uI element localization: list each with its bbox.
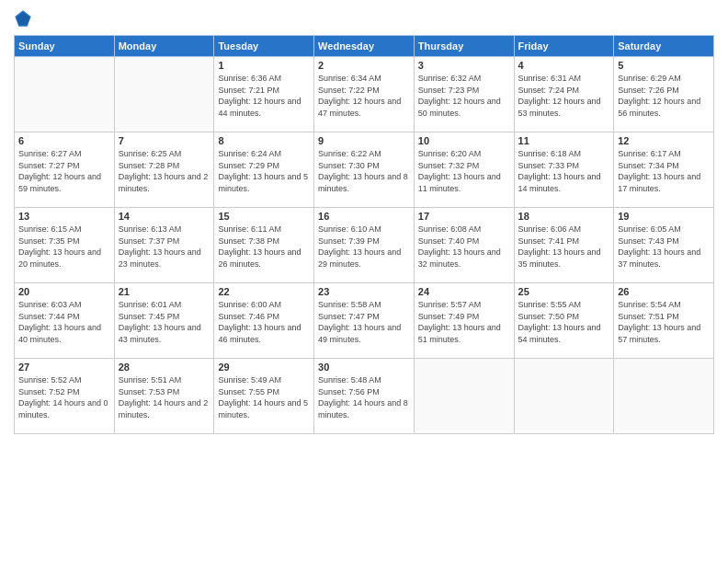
calendar-day-header: Friday bbox=[514, 36, 614, 57]
page-container: SundayMondayTuesdayWednesdayThursdayFrid… bbox=[0, 0, 728, 563]
calendar-cell bbox=[414, 359, 514, 434]
day-content: Sunrise: 6:13 AMSunset: 7:37 PMDaylight:… bbox=[119, 224, 210, 270]
day-content: Sunrise: 6:10 AMSunset: 7:39 PMDaylight:… bbox=[318, 224, 410, 270]
day-number: 2 bbox=[318, 60, 410, 71]
calendar-cell: 17Sunrise: 6:08 AMSunset: 7:40 PMDayligh… bbox=[414, 208, 514, 283]
day-content: Sunrise: 6:22 AMSunset: 7:30 PMDaylight:… bbox=[318, 148, 410, 194]
day-number: 17 bbox=[418, 211, 510, 222]
day-content: Sunrise: 6:31 AMSunset: 7:24 PMDaylight:… bbox=[518, 73, 610, 119]
day-content: Sunrise: 6:27 AMSunset: 7:27 PMDaylight:… bbox=[18, 148, 110, 194]
calendar-header-row: SundayMondayTuesdayWednesdayThursdayFrid… bbox=[15, 36, 714, 57]
day-content: Sunrise: 6:29 AMSunset: 7:26 PMDaylight:… bbox=[618, 73, 710, 119]
calendar-week-row: 6Sunrise: 6:27 AMSunset: 7:27 PMDaylight… bbox=[15, 132, 714, 208]
day-content: Sunrise: 6:36 AMSunset: 7:21 PMDaylight:… bbox=[218, 73, 310, 119]
day-number: 18 bbox=[518, 211, 610, 222]
calendar-cell: 20Sunrise: 6:03 AMSunset: 7:44 PMDayligh… bbox=[15, 283, 115, 359]
calendar-cell: 23Sunrise: 5:58 AMSunset: 7:47 PMDayligh… bbox=[314, 283, 415, 359]
day-content: Sunrise: 6:18 AMSunset: 7:33 PMDaylight:… bbox=[518, 148, 610, 194]
calendar-cell: 16Sunrise: 6:10 AMSunset: 7:39 PMDayligh… bbox=[314, 208, 415, 283]
day-number: 20 bbox=[18, 286, 110, 297]
calendar-cell: 9Sunrise: 6:22 AMSunset: 7:30 PMDaylight… bbox=[314, 132, 415, 208]
day-number: 25 bbox=[518, 286, 610, 297]
day-content: Sunrise: 5:58 AMSunset: 7:47 PMDaylight:… bbox=[318, 299, 410, 345]
calendar-cell: 27Sunrise: 5:52 AMSunset: 7:52 PMDayligh… bbox=[15, 359, 115, 434]
day-content: Sunrise: 5:51 AMSunset: 7:53 PMDaylight:… bbox=[119, 374, 210, 420]
calendar-cell: 21Sunrise: 6:01 AMSunset: 7:45 PMDayligh… bbox=[114, 283, 214, 359]
day-number: 26 bbox=[618, 286, 710, 297]
calendar-cell: 8Sunrise: 6:24 AMSunset: 7:29 PMDaylight… bbox=[214, 132, 314, 208]
calendar-cell: 30Sunrise: 5:48 AMSunset: 7:56 PMDayligh… bbox=[314, 359, 415, 434]
day-number: 14 bbox=[119, 211, 210, 222]
calendar-week-row: 20Sunrise: 6:03 AMSunset: 7:44 PMDayligh… bbox=[15, 283, 714, 359]
day-number: 13 bbox=[18, 211, 110, 222]
calendar-cell: 13Sunrise: 6:15 AMSunset: 7:35 PMDayligh… bbox=[15, 208, 115, 283]
day-number: 11 bbox=[518, 135, 610, 146]
logo-icon bbox=[14, 9, 32, 28]
calendar-cell: 25Sunrise: 5:55 AMSunset: 7:50 PMDayligh… bbox=[514, 283, 614, 359]
day-content: Sunrise: 6:06 AMSunset: 7:41 PMDaylight:… bbox=[518, 224, 610, 270]
calendar-cell: 11Sunrise: 6:18 AMSunset: 7:33 PMDayligh… bbox=[514, 132, 614, 208]
calendar-day-header: Monday bbox=[114, 36, 214, 57]
calendar-cell: 6Sunrise: 6:27 AMSunset: 7:27 PMDaylight… bbox=[15, 132, 115, 208]
calendar-week-row: 13Sunrise: 6:15 AMSunset: 7:35 PMDayligh… bbox=[15, 208, 714, 283]
calendar-cell: 3Sunrise: 6:32 AMSunset: 7:23 PMDaylight… bbox=[414, 57, 514, 132]
calendar-cell: 1Sunrise: 6:36 AMSunset: 7:21 PMDaylight… bbox=[214, 57, 314, 132]
day-number: 27 bbox=[18, 362, 110, 373]
day-content: Sunrise: 6:24 AMSunset: 7:29 PMDaylight:… bbox=[218, 148, 310, 194]
calendar-cell: 19Sunrise: 6:05 AMSunset: 7:43 PMDayligh… bbox=[614, 208, 714, 283]
header bbox=[14, 9, 714, 28]
calendar-cell: 10Sunrise: 6:20 AMSunset: 7:32 PMDayligh… bbox=[414, 132, 514, 208]
calendar-cell: 5Sunrise: 6:29 AMSunset: 7:26 PMDaylight… bbox=[614, 57, 714, 132]
day-number: 9 bbox=[318, 135, 410, 146]
day-content: Sunrise: 5:48 AMSunset: 7:56 PMDaylight:… bbox=[318, 374, 410, 420]
day-number: 16 bbox=[318, 211, 410, 222]
day-content: Sunrise: 6:32 AMSunset: 7:23 PMDaylight:… bbox=[418, 73, 510, 119]
day-number: 21 bbox=[119, 286, 210, 297]
calendar-cell: 24Sunrise: 5:57 AMSunset: 7:49 PMDayligh… bbox=[414, 283, 514, 359]
calendar-table: SundayMondayTuesdayWednesdayThursdayFrid… bbox=[14, 35, 714, 434]
day-content: Sunrise: 5:55 AMSunset: 7:50 PMDaylight:… bbox=[518, 299, 610, 345]
day-content: Sunrise: 6:01 AMSunset: 7:45 PMDaylight:… bbox=[119, 299, 210, 345]
day-number: 30 bbox=[318, 362, 410, 373]
day-content: Sunrise: 6:03 AMSunset: 7:44 PMDaylight:… bbox=[18, 299, 110, 345]
calendar-day-header: Thursday bbox=[414, 36, 514, 57]
calendar-cell: 12Sunrise: 6:17 AMSunset: 7:34 PMDayligh… bbox=[614, 132, 714, 208]
calendar-cell: 22Sunrise: 6:00 AMSunset: 7:46 PMDayligh… bbox=[214, 283, 314, 359]
calendar-day-header: Tuesday bbox=[214, 36, 314, 57]
calendar-cell: 26Sunrise: 5:54 AMSunset: 7:51 PMDayligh… bbox=[614, 283, 714, 359]
day-number: 12 bbox=[618, 135, 710, 146]
calendar-cell bbox=[514, 359, 614, 434]
day-number: 28 bbox=[119, 362, 210, 373]
calendar-day-header: Saturday bbox=[614, 36, 714, 57]
day-number: 29 bbox=[218, 362, 310, 373]
day-content: Sunrise: 5:57 AMSunset: 7:49 PMDaylight:… bbox=[418, 299, 510, 345]
day-number: 15 bbox=[218, 211, 310, 222]
day-number: 8 bbox=[218, 135, 310, 146]
calendar-cell: 2Sunrise: 6:34 AMSunset: 7:22 PMDaylight… bbox=[314, 57, 415, 132]
day-number: 24 bbox=[418, 286, 510, 297]
day-number: 5 bbox=[618, 60, 710, 71]
calendar-cell: 29Sunrise: 5:49 AMSunset: 7:55 PMDayligh… bbox=[214, 359, 314, 434]
day-content: Sunrise: 5:52 AMSunset: 7:52 PMDaylight:… bbox=[18, 374, 110, 420]
calendar-day-header: Sunday bbox=[15, 36, 115, 57]
calendar-cell: 15Sunrise: 6:11 AMSunset: 7:38 PMDayligh… bbox=[214, 208, 314, 283]
calendar-cell: 7Sunrise: 6:25 AMSunset: 7:28 PMDaylight… bbox=[114, 132, 214, 208]
logo bbox=[14, 9, 36, 28]
calendar-day-header: Wednesday bbox=[314, 36, 415, 57]
day-content: Sunrise: 6:34 AMSunset: 7:22 PMDaylight:… bbox=[318, 73, 410, 119]
day-number: 10 bbox=[418, 135, 510, 146]
calendar-week-row: 1Sunrise: 6:36 AMSunset: 7:21 PMDaylight… bbox=[15, 57, 714, 132]
day-content: Sunrise: 5:54 AMSunset: 7:51 PMDaylight:… bbox=[618, 299, 710, 345]
day-content: Sunrise: 5:49 AMSunset: 7:55 PMDaylight:… bbox=[218, 374, 310, 420]
day-content: Sunrise: 6:11 AMSunset: 7:38 PMDaylight:… bbox=[218, 224, 310, 270]
day-number: 19 bbox=[618, 211, 710, 222]
day-content: Sunrise: 6:08 AMSunset: 7:40 PMDaylight:… bbox=[418, 224, 510, 270]
day-content: Sunrise: 6:17 AMSunset: 7:34 PMDaylight:… bbox=[618, 148, 710, 194]
calendar-cell bbox=[614, 359, 714, 434]
day-content: Sunrise: 6:20 AMSunset: 7:32 PMDaylight:… bbox=[418, 148, 510, 194]
calendar-week-row: 27Sunrise: 5:52 AMSunset: 7:52 PMDayligh… bbox=[15, 359, 714, 434]
day-number: 22 bbox=[218, 286, 310, 297]
calendar-cell bbox=[114, 57, 214, 132]
day-number: 3 bbox=[418, 60, 510, 71]
calendar-cell: 18Sunrise: 6:06 AMSunset: 7:41 PMDayligh… bbox=[514, 208, 614, 283]
